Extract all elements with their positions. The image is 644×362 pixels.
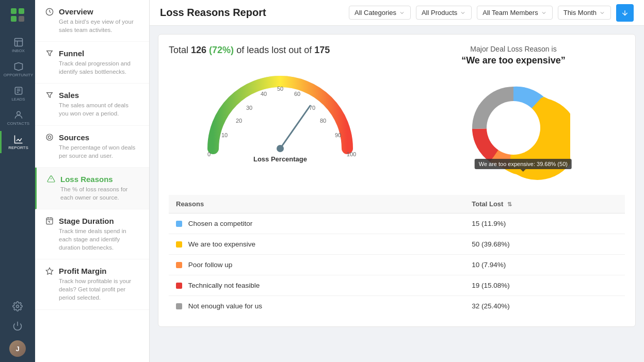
row-color-dot — [176, 241, 182, 248]
svg-point-8 — [17, 305, 19, 308]
report-card: Total 126 (72%) of leads lost out of 175 — [158, 34, 636, 327]
gauge-headline: Total 126 (72%) of leads lost out of 175 — [169, 45, 330, 56]
svg-text:50: 50 — [277, 86, 283, 92]
sidebar-icon-opportunity[interactable]: OPPORTUNITY — [0, 58, 35, 80]
svg-text:100: 100 — [347, 151, 356, 157]
svg-point-32 — [277, 145, 284, 152]
row-total: 10 (7.94%) — [464, 255, 625, 275]
content-area: Total 126 (72%) of leads lost out of 175 — [150, 26, 644, 362]
col-reasons: Reasons — [169, 195, 464, 213]
user-avatar[interactable]: J — [9, 340, 26, 357]
donut-section: Major Deal Loss Reason is “We are too ex… — [402, 45, 625, 185]
svg-text:40: 40 — [261, 91, 267, 97]
sidebar-icon-reports[interactable]: REPORTS — [0, 131, 35, 153]
svg-text:90: 90 — [335, 132, 341, 138]
sidebar-item-profit-margin[interactable]: Profit Margin Track how profitable is yo… — [35, 259, 149, 309]
svg-rect-15 — [46, 218, 53, 224]
svg-marker-19 — [46, 268, 53, 274]
svg-text:80: 80 — [320, 118, 326, 124]
main-panel: Loss Reasons Report All Categories All P… — [150, 0, 644, 362]
svg-text:Loss Percentage: Loss Percentage — [253, 155, 307, 163]
donut-chart-container: We are too expensive: 39.68% (50) — [457, 71, 570, 185]
row-color-dot — [176, 262, 182, 268]
sidebar-item-stage-duration[interactable]: Stage Duration Track time deals spend in… — [35, 209, 149, 259]
donut-tooltip: We are too expensive: 39.68% (50) — [475, 159, 572, 169]
sidebar-item-overview[interactable]: Overview Get a bird's eye view of your s… — [35, 0, 149, 42]
download-button[interactable] — [616, 4, 634, 22]
svg-point-7 — [17, 111, 20, 115]
row-color-dot — [176, 303, 182, 309]
table-row: Poor follow up 10 (7.94%) — [169, 255, 625, 275]
row-total: 19 (15.08%) — [464, 275, 625, 296]
svg-rect-5 — [14, 39, 22, 46]
row-reason: We are too expensive — [188, 240, 255, 248]
svg-text:20: 20 — [236, 118, 242, 124]
row-reason: Chosen a competitor — [188, 220, 253, 227]
gauge-chart: 0 10 20 30 40 50 60 70 — [198, 61, 363, 164]
table-row: Technically not feasible 19 (15.08%) — [169, 275, 625, 296]
filter-products[interactable]: All Products — [416, 6, 472, 20]
svg-text:60: 60 — [294, 91, 300, 97]
svg-rect-1 — [11, 8, 17, 14]
loss-reasons-table: Reasons Total Lost ⇅ Chosen a competitor… — [169, 195, 625, 316]
row-color-dot — [176, 221, 182, 227]
sidebar-icon-contacts[interactable]: CONTACTS — [0, 107, 35, 129]
sidebar-item-sources[interactable]: Sources The percentage of won deals per … — [35, 126, 149, 168]
svg-rect-4 — [19, 16, 24, 22]
app-logo — [8, 5, 27, 27]
sidebar-item-funnel[interactable]: Funnel Track deal progression and identi… — [35, 42, 149, 84]
svg-point-34 — [487, 101, 540, 155]
svg-rect-0 — [8, 5, 27, 25]
sidebar-item-loss-reasons[interactable]: Loss Reasons The % of loss reasons for e… — [35, 168, 149, 209]
svg-line-31 — [280, 106, 310, 149]
report-top: Total 126 (72%) of leads lost out of 175 — [169, 45, 625, 185]
row-total: 15 (11.9%) — [464, 213, 625, 234]
sidebar-nav: Overview Get a bird's eye view of your s… — [35, 0, 150, 362]
svg-text:0: 0 — [207, 151, 211, 157]
row-reason: Technically not feasible — [188, 282, 260, 289]
sidebar-icon-inbox[interactable]: INBOX — [0, 34, 35, 56]
filter-period[interactable]: This Month — [558, 6, 611, 20]
svg-text:30: 30 — [246, 105, 252, 111]
table-row: Chosen a competitor 15 (11.9%) — [169, 213, 625, 234]
row-reason: Not enough value for us — [188, 302, 262, 310]
table-header-row: Reasons Total Lost ⇅ — [169, 195, 625, 213]
page-title: Loss Reasons Report — [160, 7, 344, 19]
svg-point-11 — [48, 136, 51, 138]
sort-icon[interactable]: ⇅ — [507, 201, 512, 207]
row-total: 50 (39.68%) — [464, 234, 625, 255]
gauge-section: Total 126 (72%) of leads lost out of 175 — [169, 45, 392, 185]
sidebar-item-sales[interactable]: Sales The sales amount of deals you won … — [35, 84, 149, 125]
svg-rect-2 — [19, 8, 24, 14]
col-total-lost: Total Lost ⇅ — [464, 195, 625, 213]
sidebar-icons-panel: INBOX OPPORTUNITY LEADS CONTACTS REPORTS… — [0, 0, 35, 362]
top-bar: Loss Reasons Report All Categories All P… — [150, 0, 644, 26]
row-color-dot — [176, 283, 182, 289]
filter-categories[interactable]: All Categories — [349, 6, 411, 20]
svg-point-12 — [46, 134, 53, 140]
filter-team[interactable]: All Team Members — [477, 6, 552, 20]
svg-rect-3 — [11, 16, 17, 22]
power-icon[interactable] — [12, 321, 23, 333]
sidebar-bottom: J — [9, 301, 26, 362]
sidebar-icon-leads[interactable]: LEADS — [0, 83, 35, 105]
row-total: 32 (25.40%) — [464, 296, 625, 317]
table-row: We are too expensive 50 (39.68%) — [169, 234, 625, 255]
table-row: Not enough value for us 32 (25.40%) — [169, 296, 625, 317]
svg-text:10: 10 — [221, 132, 228, 138]
row-reason: Poor follow up — [188, 261, 233, 269]
settings-icon[interactable] — [12, 301, 23, 314]
